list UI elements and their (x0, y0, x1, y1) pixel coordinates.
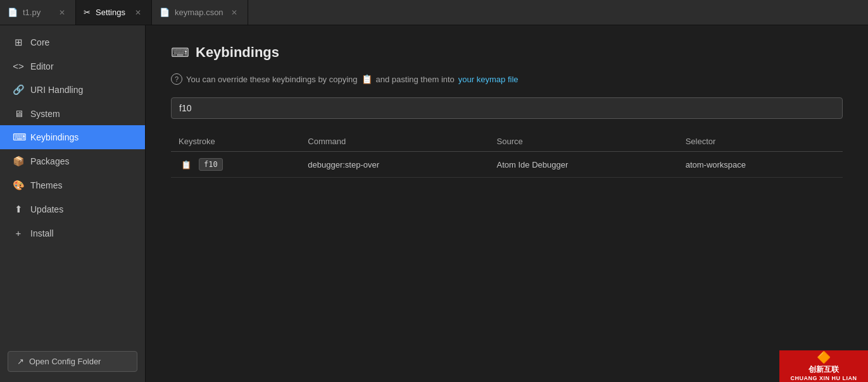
sidebar-bottom: ↗ Open Config Folder (0, 346, 145, 377)
table-body: 📋 f10 debugger:step-over Atom Ide Debugg… (171, 152, 843, 178)
settings-icon: ✂ (84, 8, 91, 17)
table-header: Keystroke Command Source Selector (171, 132, 843, 152)
description-row: ? You can override these keybindings by … (171, 73, 843, 85)
sidebar-item-label: System (30, 109, 60, 119)
main-layout: ⊞ Core <> Editor 🔗 URI Handling 🖥 System… (0, 25, 868, 382)
tab-label: keymap.cson (175, 8, 223, 17)
col-keystroke: Keystroke (171, 132, 300, 152)
install-icon: + (13, 228, 24, 238)
table-row: 📋 f10 debugger:step-over Atom Ide Debugg… (171, 152, 843, 178)
copy-keystroke-button[interactable]: 📋 (179, 159, 194, 171)
tab-label: Settings (96, 8, 125, 17)
tab-keymap[interactable]: 📄 keymap.cson ✕ (152, 0, 248, 25)
sidebar-item-install[interactable]: + Install (0, 221, 145, 245)
sidebar-item-editor[interactable]: <> Editor (0, 54, 145, 78)
sidebar-item-uri-handling[interactable]: 🔗 URI Handling (0, 78, 145, 102)
sidebar-item-label: Editor (30, 61, 54, 71)
watermark: 🔶 创新互联 CHUANG XIN HU LIAN (779, 350, 868, 382)
system-icon: 🖥 (13, 108, 24, 119)
sidebar-item-label: Themes (30, 180, 63, 190)
open-config-icon: ↗ (17, 357, 24, 366)
packages-icon: 📦 (13, 156, 24, 167)
keystroke-cell: 📋 f10 (179, 158, 292, 171)
keybinding-search-input[interactable] (171, 97, 843, 119)
file-icon: 📄 (8, 8, 18, 17)
sidebar-item-label: URI Handling (30, 85, 83, 95)
open-config-label: Open Config Folder (29, 357, 101, 366)
help-icon: ? (171, 73, 182, 85)
cell-selector: atom-workspace (678, 152, 843, 178)
page-title-row: ⌨ Keybindings (171, 44, 843, 61)
description-suffix: and pasting them into (376, 75, 455, 84)
tab-close-keymap[interactable]: ✕ (229, 7, 240, 18)
watermark-line1: 创新互联 (808, 365, 839, 375)
sidebar-item-packages[interactable]: 📦 Packages (0, 149, 145, 173)
sidebar-item-system[interactable]: 🖥 System (0, 102, 145, 125)
col-command: Command (300, 132, 489, 152)
tab-close-settings[interactable]: ✕ (132, 7, 144, 18)
search-row (171, 97, 843, 119)
page-title: Keybindings (196, 44, 279, 61)
updates-icon: ⬆ (13, 204, 24, 215)
keybindings-icon: ⌨ (13, 132, 24, 143)
copy-keybinding-icon[interactable]: 📋 (362, 74, 372, 84)
editor-icon: <> (13, 61, 24, 71)
keybindings-title-icon: ⌨ (171, 45, 189, 60)
sidebar-item-label: Core (30, 37, 49, 47)
sidebar-item-updates[interactable]: ⬆ Updates (0, 197, 145, 221)
keystroke-badge: f10 (199, 158, 223, 171)
watermark-line2: CHUANG XIN HU LIAN (791, 375, 857, 382)
sidebar-item-themes[interactable]: 🎨 Themes (0, 173, 145, 197)
tab-label: t1.py (23, 8, 41, 17)
themes-icon: 🎨 (13, 180, 24, 191)
watermark-inner: 🔶 创新互联 CHUANG XIN HU LIAN (791, 350, 857, 382)
content-area: ⌨ Keybindings ? You can override these k… (146, 25, 868, 382)
sidebar-item-label: Install (30, 228, 54, 238)
sidebar-item-label: Packages (30, 156, 69, 166)
description-text: You can override these keybindings by co… (186, 75, 358, 84)
uri-icon: 🔗 (13, 84, 24, 96)
col-source: Source (489, 132, 678, 152)
file-icon: 📄 (160, 8, 170, 17)
keybindings-table: Keystroke Command Source Selector 📋 f10 … (171, 132, 843, 178)
tab-bar: 📄 t1.py ✕ ✂ Settings ✕ 📄 keymap.cson ✕ (0, 0, 868, 25)
col-selector: Selector (678, 132, 843, 152)
core-icon: ⊞ (13, 37, 24, 48)
sidebar-item-keybindings[interactable]: ⌨ Keybindings (0, 125, 145, 149)
tab-settings[interactable]: ✂ Settings ✕ (76, 0, 152, 25)
cell-command: debugger:step-over (300, 152, 489, 178)
tab-t1py[interactable]: 📄 t1.py ✕ (0, 0, 76, 25)
watermark-icon: 🔶 (817, 350, 831, 365)
cell-keystroke: 📋 f10 (171, 152, 300, 178)
sidebar-item-label: Keybindings (30, 132, 79, 142)
open-config-button[interactable]: ↗ Open Config Folder (8, 351, 137, 372)
sidebar: ⊞ Core <> Editor 🔗 URI Handling 🖥 System… (0, 25, 146, 382)
sidebar-item-core[interactable]: ⊞ Core (0, 30, 145, 54)
keymap-file-link[interactable]: your keymap file (458, 75, 519, 84)
tab-close-t1py[interactable]: ✕ (56, 7, 68, 18)
sidebar-item-label: Updates (30, 204, 63, 214)
cell-source: Atom Ide Debugger (489, 152, 678, 178)
